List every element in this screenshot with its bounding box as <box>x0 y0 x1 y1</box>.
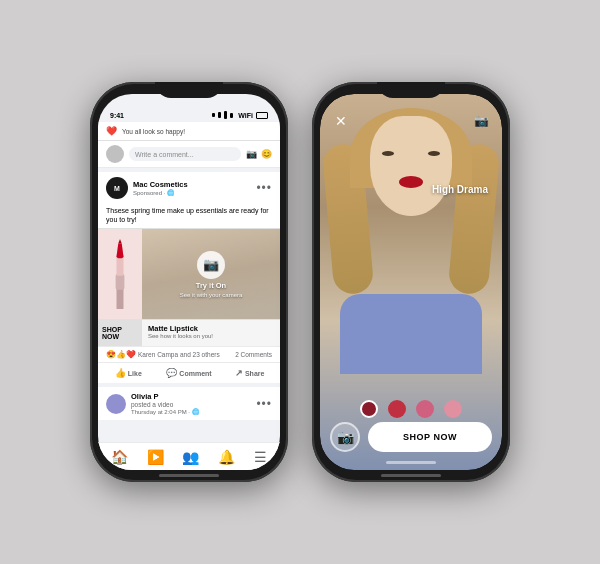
post-header: M Mac Cosmetics Sponsored · 🌐 ••• <box>98 172 280 204</box>
ar-right-eye <box>428 151 440 156</box>
time-display: 9:41 <box>110 112 124 119</box>
camera-icon-try: 📷 <box>203 257 219 272</box>
product-description: See how it looks on you! <box>148 333 274 339</box>
svg-marker-4 <box>117 244 124 257</box>
like-button[interactable]: 👍 Like <box>98 365 159 381</box>
ar-shop-now-label: SHOP NOW <box>403 432 457 442</box>
brand-avatar: M <box>106 177 128 199</box>
next-post-preview: Olivia P posted a video Thursday at 2:04… <box>98 387 280 420</box>
share-icon: ↗ <box>235 368 243 378</box>
notch-left <box>155 82 223 98</box>
next-post-meta: Olivia P posted a video Thursday at 2:04… <box>131 392 251 415</box>
sponsored-text: Sponsored · 🌐 <box>133 189 174 196</box>
olivia-name: Olivia P <box>131 392 251 401</box>
post-card: M Mac Cosmetics Sponsored · 🌐 ••• Thsese… <box>98 172 280 383</box>
olivia-avatar <box>106 394 126 414</box>
try-it-label: Try it On <box>196 281 226 290</box>
status-icons: WiFi <box>212 111 268 119</box>
nav-video-icon[interactable]: ▶️ <box>147 449 164 465</box>
camera-top-icon: 📷 <box>474 114 489 128</box>
comment-icon: 💬 <box>166 368 177 378</box>
post-more-button[interactable]: ••• <box>256 181 272 195</box>
product-name: Matte Lipstick <box>148 324 274 333</box>
ad-content: 📷 Try it On See it with your camera <box>98 228 280 319</box>
next-post-time: Thursday at 2:04 PM · 🌐 <box>131 408 251 415</box>
signal-1 <box>212 113 215 117</box>
ar-close-button[interactable]: ✕ <box>332 112 350 130</box>
reaction-icons: 😍👍❤️ <box>106 350 136 359</box>
signal-4 <box>230 113 233 118</box>
ar-try-on-screen: ✕ 📷 High Drama 📷 <box>320 94 502 470</box>
comment-label: Comment <box>179 370 211 377</box>
home-bar-right <box>381 474 441 477</box>
swatch-2[interactable] <box>388 400 406 418</box>
notification-text: You all look so happy! <box>122 128 185 135</box>
see-it-label: See it with your camera <box>180 292 243 298</box>
shop-now-button[interactable]: SHOP NOW <box>98 320 142 346</box>
next-action-text: posted a video <box>131 401 173 408</box>
cta-row: SHOP NOW Matte Lipstick See how it looks… <box>98 319 280 346</box>
ar-home-indicator <box>386 461 436 464</box>
comment-button[interactable]: 💬 Comment <box>159 365 220 381</box>
swatch-4[interactable] <box>444 400 462 418</box>
brand-name: Mac Cosmetics <box>133 180 251 189</box>
svg-rect-2 <box>117 257 124 276</box>
emoji-icon: 😊 <box>261 149 272 159</box>
user-avatar <box>106 145 124 163</box>
comment-input-field[interactable]: Write a comment... <box>129 147 241 161</box>
camera-bottom-icon: 📷 <box>337 429 354 445</box>
product-image <box>98 229 142 319</box>
reaction-names: Karen Campa and 23 others <box>138 351 220 358</box>
phones-container: 9:41 WiFi ❤️ You all look so happy! <box>90 82 510 482</box>
comment-placeholder: Write a comment... <box>135 151 194 158</box>
reactions-row: 😍👍❤️ Karen Campa and 23 others 2 Comment… <box>98 346 280 362</box>
ar-lips <box>399 176 423 188</box>
notification-bar: ❤️ You all look so happy! <box>98 122 280 141</box>
nav-people-icon[interactable]: 👥 <box>182 449 199 465</box>
swatch-3[interactable] <box>416 400 434 418</box>
comment-box: Write a comment... 📷 😊 <box>98 141 280 168</box>
ar-product-label: High Drama <box>432 184 488 195</box>
next-more-button[interactable]: ••• <box>256 397 272 411</box>
post-text: Thsese spring time make up essentials ar… <box>98 204 280 228</box>
notch-right <box>377 82 445 98</box>
signal-3 <box>224 111 227 119</box>
lipstick-svg <box>102 239 138 309</box>
ar-camera-button-top[interactable]: 📷 <box>472 112 490 130</box>
close-icon: ✕ <box>335 113 347 129</box>
share-button[interactable]: ↗ Share <box>219 365 280 381</box>
sponsored-label: Sponsored · 🌐 <box>133 189 251 196</box>
ar-color-swatches <box>320 400 502 418</box>
wifi-icon: WiFi <box>238 112 253 119</box>
screen-left: 9:41 WiFi ❤️ You all look so happy! <box>98 94 280 470</box>
post-meta: Mac Cosmetics Sponsored · 🌐 <box>133 180 251 196</box>
status-bar-left: 9:41 WiFi <box>98 108 280 122</box>
action-buttons-row: 👍 Like 💬 Comment ↗ Share <box>98 362 280 383</box>
phone-left: 9:41 WiFi ❤️ You all look so happy! <box>90 82 288 482</box>
signal-2 <box>218 112 221 118</box>
svg-rect-0 <box>117 287 124 309</box>
like-label: Like <box>128 370 142 377</box>
ar-left-eye <box>382 151 394 156</box>
like-icon: 👍 <box>115 368 126 378</box>
nav-menu-icon[interactable]: ☰ <box>254 449 267 465</box>
heart-icon: ❤️ <box>106 126 117 136</box>
ad-model-area[interactable]: 📷 Try it On See it with your camera <box>142 229 280 319</box>
ar-bottom-bar: 📷 SHOP NOW <box>330 422 492 452</box>
nav-bell-icon[interactable]: 🔔 <box>218 449 235 465</box>
facebook-feed: 9:41 WiFi ❤️ You all look so happy! <box>98 94 280 470</box>
product-info: Matte Lipstick See how it looks on you! <box>142 320 280 346</box>
home-bar-left <box>159 474 219 477</box>
ar-camera-circle-button[interactable]: 📷 <box>330 422 360 452</box>
swatch-1[interactable] <box>360 400 378 418</box>
ar-shop-now-button[interactable]: SHOP NOW <box>368 422 492 452</box>
comments-count: 2 Comments <box>235 351 272 358</box>
nav-home-icon[interactable]: 🏠 <box>111 449 128 465</box>
try-it-overlay: 📷 Try it On See it with your camera <box>180 251 243 298</box>
bottom-navigation: 🏠 ▶️ 👥 🔔 ☰ <box>98 442 280 470</box>
camera-circle: 📷 <box>197 251 225 279</box>
svg-rect-1 <box>116 274 125 290</box>
ar-face <box>370 116 452 216</box>
battery-icon <box>256 112 268 119</box>
ar-body <box>340 294 482 374</box>
